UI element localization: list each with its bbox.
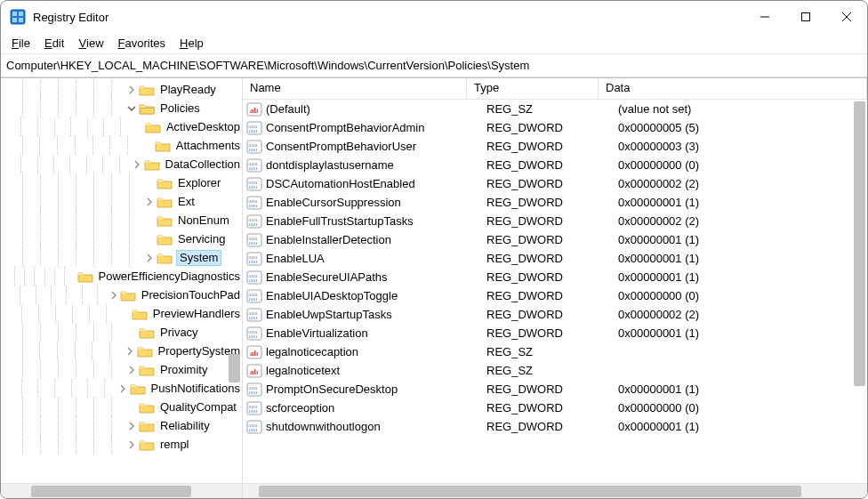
value-name: EnableFullTrustStartupTasks <box>266 214 486 228</box>
tree-scroll[interactable]: PlayReadyPoliciesActiveDesktopAttachment… <box>1 78 242 483</box>
chevron-right-icon[interactable] <box>125 439 138 451</box>
value-row[interactable]: dontdisplaylastusernameREG_DWORD0x000000… <box>243 156 867 174</box>
regedit-app-icon <box>10 9 26 25</box>
value-row[interactable]: EnableInstallerDetectionREG_DWORD0x00000… <box>243 230 867 249</box>
value-row[interactable]: EnableSecureUIAPathsREG_DWORD0x00000001 … <box>243 268 867 286</box>
address-bar[interactable]: Computer\HKEY_LOCAL_MACHINE\SOFTWARE\Mic… <box>1 54 867 77</box>
tree-item-label: System <box>176 250 221 266</box>
value-name: ConsentPromptBehaviorUser <box>266 140 486 153</box>
list-vertical-scrollbar[interactable] <box>852 100 867 468</box>
tree-hscroll-thumb[interactable] <box>31 486 191 497</box>
value-row[interactable]: ConsentPromptBehaviorUserREG_DWORD0x0000… <box>243 137 867 156</box>
column-header-name[interactable]: Name <box>243 78 467 99</box>
menu-favorites[interactable]: Favorites <box>111 33 173 53</box>
chevron-right-icon[interactable] <box>124 345 136 358</box>
reg-dword-icon <box>246 232 262 248</box>
value-row[interactable]: (Default)REG_SZ(value not set) <box>243 100 867 118</box>
folder-open-icon <box>139 102 155 115</box>
tree-item-proximity[interactable]: Proximity <box>1 360 242 379</box>
chevron-right-icon[interactable] <box>117 382 129 395</box>
menu-view[interactable]: View <box>71 33 110 53</box>
value-data: 0x00000001 (1) <box>618 326 867 340</box>
maximize-button[interactable] <box>785 1 826 33</box>
tree-vertical-scrollbar[interactable] <box>227 78 242 468</box>
list-hscroll-thumb[interactable] <box>259 486 801 497</box>
chevron-right-icon[interactable] <box>125 364 138 376</box>
list-header: Name Type Data <box>243 78 867 100</box>
folder-icon <box>155 140 171 152</box>
value-name: PromptOnSecureDesktop <box>266 382 486 396</box>
folder-icon <box>130 382 146 395</box>
value-row[interactable]: EnableLUAREG_DWORD0x00000001 (1) <box>243 249 867 268</box>
value-row[interactable]: PromptOnSecureDesktopREG_DWORD0x00000001… <box>243 380 867 398</box>
minimize-button[interactable] <box>744 1 785 33</box>
tree-item-nonenum[interactable]: NonEnum <box>1 211 242 229</box>
chevron-right-icon[interactable] <box>125 84 138 96</box>
value-row[interactable]: EnableCursorSuppressionREG_DWORD0x000000… <box>243 193 867 212</box>
chevron-right-icon[interactable] <box>108 289 119 302</box>
value-name: EnableLUA <box>266 252 486 265</box>
menu-edit[interactable]: Edit <box>37 33 71 53</box>
tree-item-reliability[interactable]: Reliability <box>1 416 242 435</box>
value-data: 0x00000001 (1) <box>618 270 867 284</box>
value-row[interactable]: DSCAutomationHostEnabledREG_DWORD0x00000… <box>243 174 867 193</box>
value-type: REG_DWORD <box>486 289 618 302</box>
close-button[interactable] <box>826 1 867 33</box>
value-row[interactable]: legalnoticecaptionREG_SZ <box>243 342 867 361</box>
chevron-down-icon[interactable] <box>125 102 138 115</box>
folder-icon <box>139 364 155 376</box>
value-row[interactable]: EnableVirtualizationREG_DWORD0x00000001 … <box>243 324 867 342</box>
value-row[interactable]: EnableUIADesktopToggleREG_DWORD0x0000000… <box>243 286 867 305</box>
value-data: 0x00000002 (2) <box>618 177 867 190</box>
tree-item-explorer[interactable]: Explorer <box>1 173 242 192</box>
tree-item-rempl[interactable]: rempl <box>1 435 242 454</box>
list-horizontal-scrollbar[interactable] <box>243 483 867 498</box>
value-type: REG_DWORD <box>486 158 618 172</box>
tree-item-precisiontouchpad[interactable]: PrecisionTouchPad <box>1 286 242 304</box>
column-header-type[interactable]: Type <box>467 78 599 99</box>
tree-item-powerefficiencydiagnostics[interactable]: PowerEfficiencyDiagnostics <box>1 267 242 286</box>
tree-item-label: Policies <box>158 101 202 115</box>
tree-item-ext[interactable]: Ext <box>1 192 242 211</box>
tree-item-datacollection[interactable]: DataCollection <box>1 155 242 173</box>
tree-vscroll-thumb[interactable] <box>229 354 240 382</box>
folder-icon <box>157 196 173 208</box>
column-header-data[interactable]: Data <box>599 78 867 99</box>
value-row[interactable]: ConsentPromptBehaviorAdminREG_DWORD0x000… <box>243 118 867 137</box>
chevron-right-icon[interactable] <box>143 252 156 264</box>
tree-item-propertysystem[interactable]: PropertySystem <box>1 342 242 360</box>
tree-item-system[interactable]: System <box>1 248 242 267</box>
list-body[interactable]: (Default)REG_SZ(value not set)ConsentPro… <box>243 100 867 483</box>
menu-file[interactable]: File <box>4 33 37 53</box>
value-type: REG_DWORD <box>486 177 618 190</box>
tree-item-servicing[interactable]: Servicing <box>1 229 242 248</box>
list-vscroll-thumb[interactable] <box>854 101 865 386</box>
value-row[interactable]: scforceoptionREG_DWORD0x00000000 (0) <box>243 398 867 417</box>
value-row[interactable]: EnableUwpStartupTasksREG_DWORD0x00000002… <box>243 305 867 324</box>
tree-item-activedesktop[interactable]: ActiveDesktop <box>1 117 242 136</box>
value-type: REG_DWORD <box>486 382 618 396</box>
tree-item-privacy[interactable]: Privacy <box>1 323 242 342</box>
chevron-right-icon[interactable] <box>125 420 138 432</box>
tree-item-previewhandlers[interactable]: PreviewHandlers <box>1 304 242 323</box>
menu-help[interactable]: Help <box>173 33 211 53</box>
reg-dword-icon <box>246 157 262 173</box>
tree-item-qualitycompat[interactable]: QualityCompat <box>1 398 242 416</box>
chevron-right-icon[interactable] <box>132 158 142 171</box>
tree-horizontal-scrollbar[interactable] <box>1 483 242 498</box>
chevron-right-icon[interactable] <box>143 196 156 208</box>
value-row[interactable]: shutdownwithoutlogonREG_DWORD0x00000001 … <box>243 417 867 436</box>
value-row[interactable]: EnableFullTrustStartupTasksREG_DWORD0x00… <box>243 212 867 230</box>
value-row[interactable]: legalnoticetextREG_SZ <box>243 361 867 380</box>
tree-item-attachments[interactable]: Attachments <box>1 136 242 155</box>
tree-item-label: PlayReady <box>158 83 218 96</box>
tree-item-playready[interactable]: PlayReady <box>1 80 242 99</box>
value-data: 0x00000000 (0) <box>618 289 867 302</box>
tree-item-policies[interactable]: Policies <box>1 99 242 117</box>
folder-icon <box>132 308 148 320</box>
reg-dword-icon <box>246 400 262 416</box>
value-name: dontdisplaylastusername <box>266 158 486 172</box>
tree-item-pushnotifications[interactable]: PushNotifications <box>1 379 242 398</box>
tree: PlayReadyPoliciesActiveDesktopAttachment… <box>1 78 242 454</box>
value-name: legalnoticetext <box>266 364 486 377</box>
